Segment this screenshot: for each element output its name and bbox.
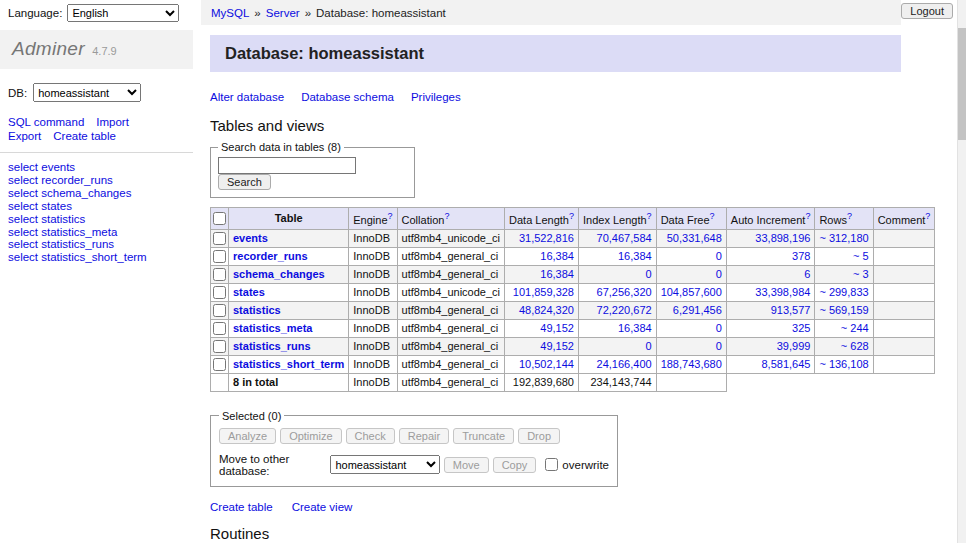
table-name-link[interactable]: statistics_runs (233, 340, 311, 352)
create-link[interactable]: Create view (292, 501, 353, 513)
index-length-link[interactable]: 16,384 (618, 322, 652, 334)
auto-increment-link[interactable]: 39,999 (777, 340, 811, 352)
repair-button[interactable]: Repair (399, 428, 449, 444)
table-name-link[interactable]: statistics_short_term (233, 358, 344, 370)
breadcrumb-link-server[interactable]: Server (266, 7, 300, 19)
auto-increment-link[interactable]: 33,398,984 (755, 286, 810, 298)
search-input[interactable] (218, 157, 356, 174)
sidebar-table-link[interactable]: select statistics_short_term (8, 251, 193, 264)
sidebar-table-link[interactable]: select states (8, 200, 193, 213)
data-free-link[interactable]: 50,331,648 (667, 232, 722, 244)
index-length-link[interactable]: 24,166,400 (597, 358, 652, 370)
table-name-link[interactable]: schema_changes (233, 268, 325, 280)
db-select[interactable]: homeassistant (33, 83, 141, 102)
index-length-link[interactable]: 16,384 (618, 250, 652, 262)
help-link[interactable]: ? (925, 211, 930, 221)
rows-link[interactable]: ~ 569,159 (819, 304, 868, 316)
sidebar-table-link[interactable]: select statistics_runs (8, 238, 193, 251)
help-link[interactable]: ? (710, 211, 715, 221)
auto-increment-link[interactable]: 378 (792, 250, 810, 262)
truncate-button[interactable]: Truncate (453, 428, 514, 444)
db-nav-link[interactable]: Alter database (210, 91, 284, 103)
data-free-link[interactable]: 0 (716, 322, 722, 334)
auto-increment-link[interactable]: 33,898,196 (755, 232, 810, 244)
create-link[interactable]: Create table (210, 501, 273, 513)
move-button[interactable]: Move (444, 457, 489, 473)
sidebar-table-link[interactable]: select statistics_meta (8, 226, 193, 239)
rows-link[interactable]: ~ 312,180 (819, 232, 868, 244)
data-free-link[interactable]: 104,857,600 (661, 286, 722, 298)
help-link[interactable]: ? (847, 211, 852, 221)
rows-link[interactable]: ~ 299,833 (819, 286, 868, 298)
row-checkbox[interactable] (213, 268, 226, 281)
help-link[interactable]: ? (805, 211, 810, 221)
search-button[interactable]: Search (218, 174, 271, 190)
help-link[interactable]: ? (444, 211, 449, 221)
rows-link[interactable]: ~ 244 (841, 322, 869, 334)
logout-button[interactable]: Logout (901, 3, 953, 19)
sidebar-table-link[interactable]: select statistics (8, 213, 193, 226)
data-length-link[interactable]: 101,859,328 (513, 286, 574, 298)
vertical-scrollbar[interactable] (957, 0, 966, 543)
overwrite-checkbox[interactable] (545, 458, 558, 471)
app-logo[interactable]: Adminer (12, 38, 85, 59)
rows-link[interactable]: ~ 5 (853, 250, 869, 262)
data-length-link[interactable]: 16,384 (540, 250, 574, 262)
table-name-link[interactable]: recorder_runs (233, 250, 308, 262)
sidebar-table-link[interactable]: select events (8, 161, 193, 174)
db-nav-link[interactable]: Privileges (411, 91, 461, 103)
sidebar-table-link[interactable]: select schema_changes (8, 187, 193, 200)
rows-link[interactable]: ~ 136,108 (819, 358, 868, 370)
data-free-link[interactable]: 6,291,456 (673, 304, 722, 316)
table-name-link[interactable]: statistics_meta (233, 322, 313, 334)
breadcrumb-link-mysql[interactable]: MySQL (211, 7, 249, 19)
data-free-link[interactable]: 0 (716, 268, 722, 280)
data-length-link[interactable]: 49,152 (540, 340, 574, 352)
data-length-link[interactable]: 16,384 (540, 268, 574, 280)
help-link[interactable]: ? (647, 211, 652, 221)
data-length-link[interactable]: 31,522,816 (519, 232, 574, 244)
drop-button[interactable]: Drop (518, 428, 560, 444)
index-length-link[interactable]: 67,256,320 (597, 286, 652, 298)
language-select[interactable]: English (67, 4, 179, 22)
check-button[interactable]: Check (346, 428, 395, 444)
auto-increment-link[interactable]: 325 (792, 322, 810, 334)
scrollbar-thumb[interactable] (958, 28, 966, 140)
analyze-button[interactable]: Analyze (219, 428, 276, 444)
table-name-link[interactable]: statistics (233, 304, 281, 316)
optimize-button[interactable]: Optimize (280, 428, 341, 444)
row-checkbox[interactable] (213, 250, 226, 263)
sidebar-action-link[interactable]: Import (96, 116, 129, 128)
row-checkbox[interactable] (213, 232, 226, 245)
data-free-link[interactable]: 0 (716, 340, 722, 352)
help-link[interactable]: ? (388, 211, 393, 221)
row-checkbox[interactable] (213, 358, 226, 371)
auto-increment-link[interactable]: 913,577 (771, 304, 811, 316)
row-checkbox[interactable] (213, 304, 226, 317)
index-length-link[interactable]: 72,220,672 (597, 304, 652, 316)
data-length-link[interactable]: 10,502,144 (519, 358, 574, 370)
rows-link[interactable]: ~ 3 (853, 268, 869, 280)
db-nav-link[interactable]: Database schema (301, 91, 394, 103)
index-length-link[interactable]: 70,467,584 (597, 232, 652, 244)
help-link[interactable]: ? (569, 211, 574, 221)
sidebar-action-link[interactable]: Export (8, 130, 41, 142)
table-name-link[interactable]: states (233, 286, 265, 298)
table-name-link[interactable]: events (233, 232, 268, 244)
auto-increment-link[interactable]: 8,581,645 (761, 358, 810, 370)
sidebar-action-link[interactable]: SQL command (8, 116, 84, 128)
data-length-link[interactable]: 49,152 (540, 322, 574, 334)
auto-increment-link[interactable]: 6 (804, 268, 810, 280)
copy-button[interactable]: Copy (493, 457, 537, 473)
data-free-link[interactable]: 0 (716, 250, 722, 262)
data-length-link[interactable]: 48,824,320 (519, 304, 574, 316)
row-checkbox[interactable] (213, 322, 226, 335)
data-free-link[interactable]: 188,743,680 (661, 358, 722, 370)
move-db-select[interactable]: homeassistant (330, 455, 439, 474)
row-checkbox[interactable] (213, 340, 226, 353)
index-length-link[interactable]: 0 (646, 268, 652, 280)
sidebar-action-link[interactable]: Create table (53, 130, 116, 142)
select-all-checkbox[interactable] (213, 212, 226, 225)
index-length-link[interactable]: 0 (646, 340, 652, 352)
row-checkbox[interactable] (213, 286, 226, 299)
